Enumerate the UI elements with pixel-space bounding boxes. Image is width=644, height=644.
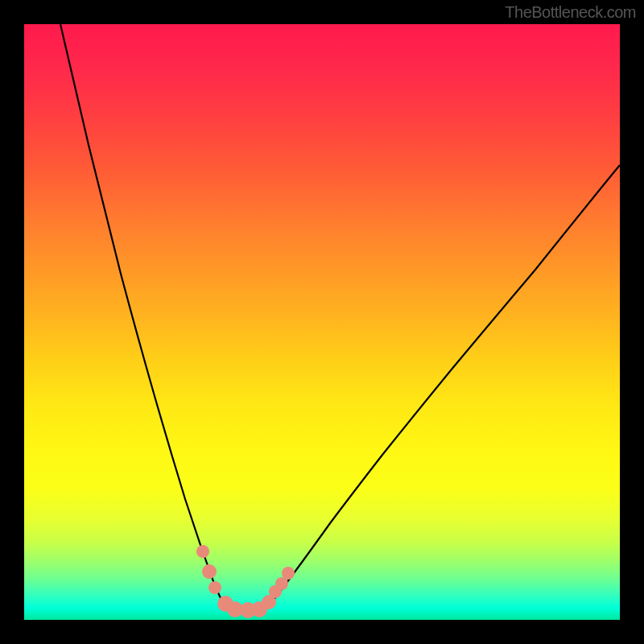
plot-area [24, 24, 620, 620]
marker-dot [208, 581, 221, 594]
right-curve [262, 165, 620, 610]
curve-layer [24, 24, 620, 620]
marker-dot [202, 564, 217, 579]
marker-dot [282, 567, 295, 580]
marker-group [196, 545, 295, 618]
left-curve [60, 24, 229, 610]
watermark-text: TheBottleneck.com [505, 3, 636, 22]
marker-dot [196, 545, 209, 558]
chart-frame: TheBottleneck.com [0, 0, 644, 644]
